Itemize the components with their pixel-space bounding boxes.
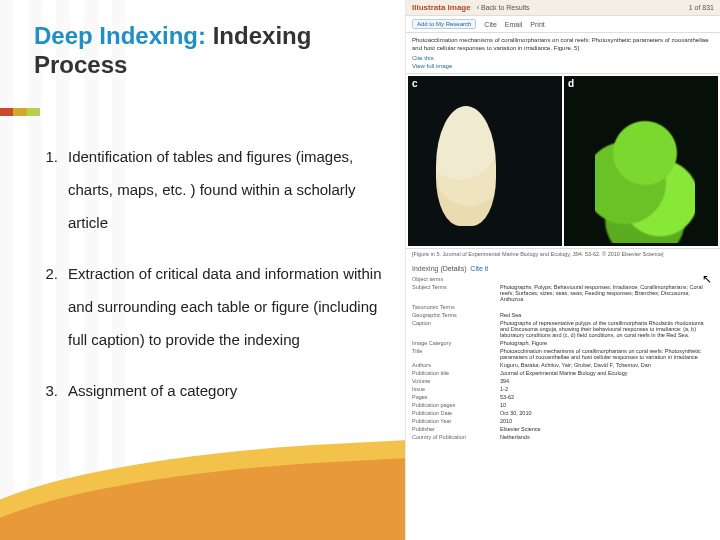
result-counter: 1 of 831 [689,4,714,11]
metadata-value: Journal of Experimental Marine Biology a… [500,370,714,376]
brand-label: Illustrata Image [412,3,471,12]
metadata-key: Issue [412,386,492,392]
metadata-key: Image Category [412,340,492,346]
print-link[interactable]: Print [530,21,544,28]
title-rest-1: Indexing [213,22,312,49]
list-text: Extraction of critical data and informat… [68,257,394,356]
metadata-value: 10 [500,402,714,408]
metadata-value: Netherlands [500,434,714,440]
metadata-value: Photograph, Figure [500,340,714,346]
list-number: 3. [34,374,58,407]
metadata-key: Subject Terms [412,284,492,302]
metadata-value: 53-62 [500,394,714,400]
proquest-logo: ProQuest [610,512,700,530]
metadata-value: 394 [500,378,714,384]
list-item: 1. Identification of tables and figures … [34,140,394,239]
details-heading-text: Indexing (Details) [412,265,466,272]
metadata-key: Object terms [412,276,492,282]
figure-panels: c d [406,73,720,249]
metadata-key: Publication Year [412,418,492,424]
metadata-value: Oct 30, 2010 [500,410,714,416]
list-text: Assignment of a category [68,374,394,407]
cite-it-link[interactable]: Cite it [470,265,488,272]
metadata-key: Pages [412,394,492,400]
indexing-details: Indexing (Details) Cite it Object termsS… [406,261,720,444]
metadata-key: Caption [412,320,492,338]
accent-bars [0,108,40,116]
title-highlight: Deep Indexing: [34,22,206,49]
view-full-image-link[interactable]: View full image [406,63,720,73]
slide-title: Deep Indexing: Indexing Process [34,22,311,80]
coral-illustration-green [595,93,695,243]
embedded-screenshot: Illustrata Image ‹ Back to Results 1 of … [405,0,720,540]
metadata-value: Elsevier Science [500,426,714,432]
metadata-key: Title [412,348,492,360]
process-list: 1. Identification of tables and figures … [34,140,394,425]
metadata-value: 2010 [500,418,714,424]
metadata-value: 1-2 [500,386,714,392]
panel-label-c: c [412,78,418,89]
metadata-value: Kuguru, Baraka; Achituv, Yair; Gruber, D… [500,362,714,368]
metadata-value [500,276,714,282]
metadata-key: Publication Date [412,410,492,416]
add-to-research-button[interactable]: Add to My Research [412,19,476,29]
metadata-table: Object termsSubject TermsPhotographs; Po… [412,276,714,440]
breadcrumb[interactable]: ‹ Back to Results [477,4,530,11]
list-item: 2. Extraction of critical data and infor… [34,257,394,356]
figure-panel-d: d [564,76,718,246]
metadata-key: Volume [412,378,492,384]
metadata-key: Taxonomic Terms [412,304,492,310]
panel-label-d: d [568,78,574,89]
figure-credit: [Figure in 5. Journal of Experimental Ma… [406,249,720,262]
coral-illustration-white [436,106,496,226]
metadata-value: Photographs; Polyps; Behavioural respons… [500,284,714,302]
metadata-key: Country of Publication [412,434,492,440]
figure-panel-c: c [408,76,562,246]
metadata-key: Publication pages [412,402,492,408]
list-number: 1. [34,140,58,239]
title-rest-2: Process [34,51,127,78]
logo-text: ProQuest [610,512,678,530]
cursor-icon: ↖ [702,272,712,286]
metadata-key: Authors [412,362,492,368]
cite-link[interactable]: Cite [484,21,496,28]
metadata-key: Publisher [412,426,492,432]
metadata-value: Photographs of representative polyps of … [500,320,714,338]
screenshot-header: Illustrata Image ‹ Back to Results 1 of … [406,0,720,16]
logo-mark-icon [682,512,700,530]
metadata-key: Publication title [412,370,492,376]
metadata-value: Red Sea [500,312,714,318]
list-item: 3. Assignment of a category [34,374,394,407]
email-link[interactable]: Email [505,21,523,28]
list-text: Identification of tables and figures (im… [68,140,394,239]
screenshot-toolbar: Add to My Research Cite Email Print [406,16,720,33]
metadata-key: Geographic Terms [412,312,492,318]
image-caption: Photoacclimation mechanisms of corallimo… [406,33,720,55]
list-number: 2. [34,257,58,356]
metadata-value [500,304,714,310]
details-heading: Indexing (Details) Cite it [412,265,714,272]
metadata-value: Photoacclimation mechanisms of corallimo… [500,348,714,360]
cite-this-link[interactable]: Cite this [406,55,720,63]
